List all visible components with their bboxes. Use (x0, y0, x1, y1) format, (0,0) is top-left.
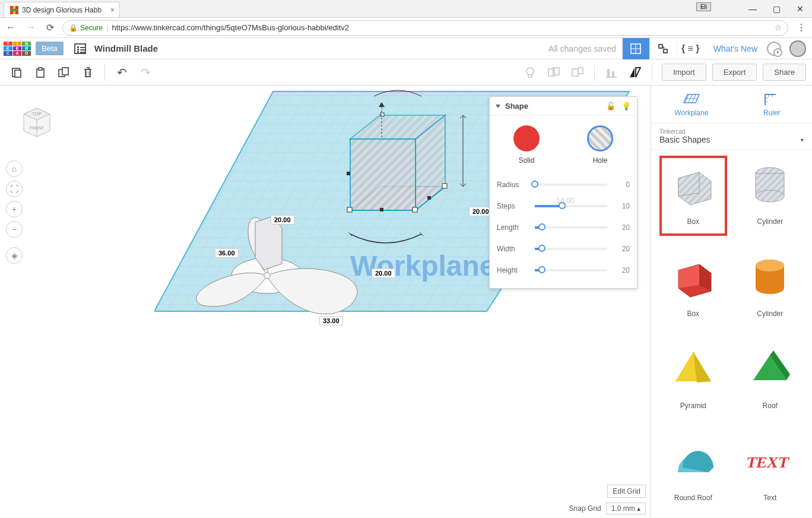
shape-thumbnail (665, 340, 722, 397)
hole-mode[interactable]: Hole (587, 125, 613, 165)
shape-library-item[interactable]: Box (659, 248, 727, 328)
export-button[interactable]: Export (712, 64, 757, 81)
lightbulb-icon[interactable]: 💡 (621, 102, 631, 110)
edit-toolbar: ↶ ↷ Import Export Share (0, 59, 812, 86)
bookmark-icon[interactable]: ☆ (775, 23, 782, 32)
property-slider[interactable] (535, 269, 607, 271)
ruler-tool[interactable]: Ruler (732, 86, 813, 123)
redo-icon[interactable]: ↷ (135, 62, 156, 83)
view-tools: ⌂ ⛶ + − ◈ (6, 160, 23, 264)
browser-menu-icon[interactable]: ⋮ (797, 22, 806, 33)
shape-library-item[interactable]: TEXT Text (737, 432, 804, 512)
dimension-label[interactable]: 20.00 (271, 215, 294, 225)
close-icon[interactable]: × (110, 6, 115, 14)
mirror-icon[interactable] (624, 62, 646, 83)
browser-tab[interactable]: 3D design Glorious Habb × (4, 2, 120, 17)
snap-grid-label: Snap Grid (569, 504, 601, 513)
property-slider[interactable] (535, 226, 607, 229)
forward-icon[interactable]: → (26, 22, 36, 33)
delete-icon[interactable] (77, 62, 99, 83)
ortho-view-icon[interactable]: ◈ (6, 247, 23, 264)
home-view-icon[interactable]: ⌂ (6, 160, 23, 177)
add-user-icon[interactable] (767, 42, 781, 56)
zoom-out-icon[interactable]: − (6, 221, 23, 238)
design-canvas[interactable]: TOP FRONT ⌂ ⛶ + − ◈ Workplane (0, 86, 651, 518)
dimension-label[interactable]: 36.00 (215, 248, 239, 258)
shape-library-item[interactable]: Cylinder (737, 156, 804, 236)
ungroup-icon[interactable] (567, 62, 588, 83)
tinkercad-logo[interactable]: TIN KER CAD (2, 40, 32, 57)
shape-thumbnail (741, 156, 798, 213)
group-icon[interactable] (543, 62, 564, 83)
zoom-in-icon[interactable]: + (6, 201, 23, 217)
paste-icon[interactable] (30, 62, 51, 83)
property-value[interactable]: 20 (614, 223, 630, 232)
svg-rect-18 (572, 69, 578, 76)
grid-view-icon[interactable] (622, 38, 649, 59)
property-value[interactable]: 20 (614, 266, 630, 274)
tab-title: 3D design Glorious Habb (22, 6, 102, 14)
property-label: Radius (497, 181, 528, 189)
property-value[interactable]: 10 (614, 202, 630, 210)
property-slider[interactable] (535, 184, 607, 186)
property-value[interactable]: 20 (614, 245, 630, 253)
property-row: Steps 10.00 10 (497, 195, 630, 217)
lock-icon[interactable]: 🔓 (606, 102, 616, 110)
shape-thumbnail (665, 248, 722, 305)
svg-rect-42 (347, 172, 350, 175)
dimension-label[interactable]: 33.00 (319, 316, 343, 326)
svg-rect-15 (528, 75, 532, 77)
collapse-icon[interactable] (496, 105, 500, 108)
svg-marker-69 (678, 264, 699, 288)
avatar[interactable] (789, 40, 806, 57)
property-value[interactable]: 0 (614, 181, 630, 189)
shape-library-item[interactable]: Round Roof (659, 432, 727, 512)
property-slider[interactable]: 10.00 (535, 205, 607, 207)
import-button[interactable]: Import (662, 64, 706, 81)
fit-view-icon[interactable]: ⛶ (6, 181, 23, 197)
reload-icon[interactable]: ⟳ (46, 22, 54, 33)
property-label: Steps (497, 202, 528, 210)
close-window-icon[interactable]: ✕ (788, 0, 812, 18)
url-field[interactable]: 🔒 Secure | https://www.tinkercad.com/thi… (62, 20, 788, 36)
svg-rect-19 (578, 68, 583, 74)
property-slider[interactable] (535, 248, 607, 250)
shape-label: Round Roof (674, 494, 712, 502)
shapes-sidebar: 〉 Workplane Ruler Tinkercad Basic Shapes… (651, 86, 812, 518)
svg-rect-39 (442, 184, 447, 188)
maximize-icon[interactable]: ▢ (765, 0, 788, 18)
minimize-icon[interactable]: — (741, 0, 765, 18)
document-title[interactable]: Windmill Blade (94, 43, 158, 53)
shape-label: Roof (763, 402, 778, 410)
snap-grid-select[interactable]: 1.0 mm ▴ (606, 503, 646, 514)
edit-grid-button[interactable]: Edit Grid (607, 485, 646, 498)
property-label: Height (497, 266, 528, 274)
dimension-label[interactable]: 20.00 (372, 269, 395, 278)
solid-mode[interactable]: Solid (513, 125, 540, 165)
blocks-icon[interactable] (649, 38, 677, 59)
svg-point-72 (756, 260, 784, 271)
shape-library-item[interactable]: Cylinder (737, 248, 804, 328)
undo-icon[interactable]: ↶ (111, 62, 132, 83)
align-icon[interactable] (601, 62, 622, 83)
back-icon[interactable]: ← (6, 22, 15, 33)
svg-rect-2 (10, 9, 18, 11)
duplicate-icon[interactable] (53, 62, 75, 83)
copy-icon[interactable] (6, 62, 27, 83)
shape-library-item[interactable]: Box (659, 156, 727, 236)
profile-badge[interactable]: Eli (696, 2, 711, 11)
shape-category-select[interactable]: Tinkercad Basic Shapes (651, 124, 812, 150)
shape-library-item[interactable]: Pyramid (659, 340, 727, 420)
bulb-icon[interactable] (519, 62, 541, 83)
beta-badge: Beta (36, 42, 64, 55)
svg-marker-62 (678, 172, 699, 196)
shape-label: Text (763, 494, 776, 502)
view-cube[interactable]: TOP FRONT (17, 102, 57, 143)
list-icon[interactable] (74, 43, 86, 54)
code-icon[interactable]: { ≡ } (677, 38, 704, 59)
workplane-tool[interactable]: Workplane (651, 86, 732, 123)
shape-inspector: Shape 🔓 💡 Solid Hole Radius (489, 96, 637, 289)
share-button[interactable]: Share (763, 64, 806, 81)
shape-library-item[interactable]: Roof (737, 340, 804, 420)
whats-new-link[interactable]: What's New (704, 44, 767, 53)
